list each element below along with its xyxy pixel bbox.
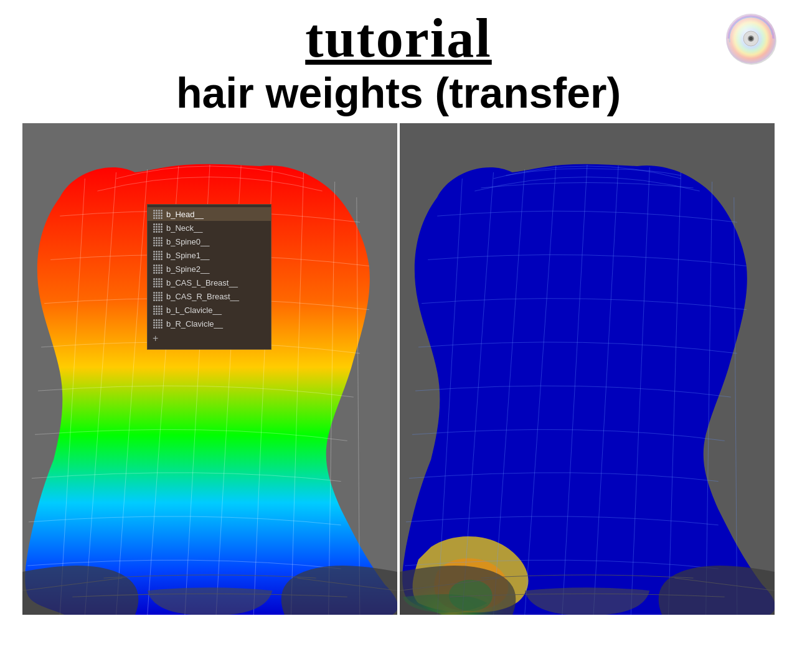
dot-grid-icon <box>153 223 163 233</box>
dropdown-item-5[interactable]: b_CAS_L_Breast__ <box>148 276 271 289</box>
dropdown-item-4[interactable]: b_Spine2__ <box>148 262 271 276</box>
dropdown-item-label: b_L_Clavicle__ <box>166 306 222 315</box>
svg-point-5 <box>749 37 753 40</box>
dot-grid-icon <box>153 250 163 260</box>
dropdown-item-label: b_CAS_R_Breast__ <box>166 292 239 301</box>
dropdown-item-8[interactable]: b_R_Clavicle__ <box>148 317 271 330</box>
cd-icon <box>724 11 780 67</box>
dropdown-item-1[interactable]: b_Neck__ <box>148 221 271 235</box>
dot-grid-icon <box>153 291 163 301</box>
dot-grid-icon <box>153 319 163 329</box>
dot-grid-icon <box>153 305 163 315</box>
dropdown-item-0[interactable]: b_Head__ <box>148 207 271 221</box>
page-header: tutorial hair weights (transfer) <box>0 0 797 123</box>
main-title: tutorial <box>0 11 797 66</box>
dropdown-item-label: b_R_Clavicle__ <box>166 319 223 329</box>
dot-grid-icon <box>153 278 163 287</box>
dropdown-item-label: b_Spine0__ <box>166 237 209 246</box>
bone-dropdown[interactable]: b_Head__b_Neck__b_Spine0__b_Spine1__b_Sp… <box>147 204 271 350</box>
dot-grid-icon <box>153 236 163 246</box>
dropdown-item-label: b_Spine2__ <box>166 264 209 274</box>
left-panel: b_Head__b_Neck__b_Spine0__b_Spine1__b_Sp… <box>22 123 397 615</box>
dropdown-item-6[interactable]: b_CAS_R_Breast__ <box>148 289 271 303</box>
dot-grid-icon <box>153 209 163 219</box>
dropdown-item-label: b_Spine1__ <box>166 251 209 260</box>
add-bone-button[interactable]: + <box>148 330 271 347</box>
subtitle: hair weights (transfer) <box>0 68 797 117</box>
right-panel <box>400 123 775 615</box>
panels-container: b_Head__b_Neck__b_Spine0__b_Spine1__b_Sp… <box>22 123 775 615</box>
dropdown-item-3[interactable]: b_Spine1__ <box>148 248 271 262</box>
dot-grid-icon <box>153 264 163 274</box>
dropdown-item-7[interactable]: b_L_Clavicle__ <box>148 303 271 317</box>
dropdown-item-label: b_CAS_L_Breast__ <box>166 278 238 287</box>
dropdown-item-label: b_Head__ <box>166 210 204 219</box>
dropdown-item-2[interactable]: b_Spine0__ <box>148 235 271 248</box>
dropdown-item-label: b_Neck__ <box>166 223 203 233</box>
